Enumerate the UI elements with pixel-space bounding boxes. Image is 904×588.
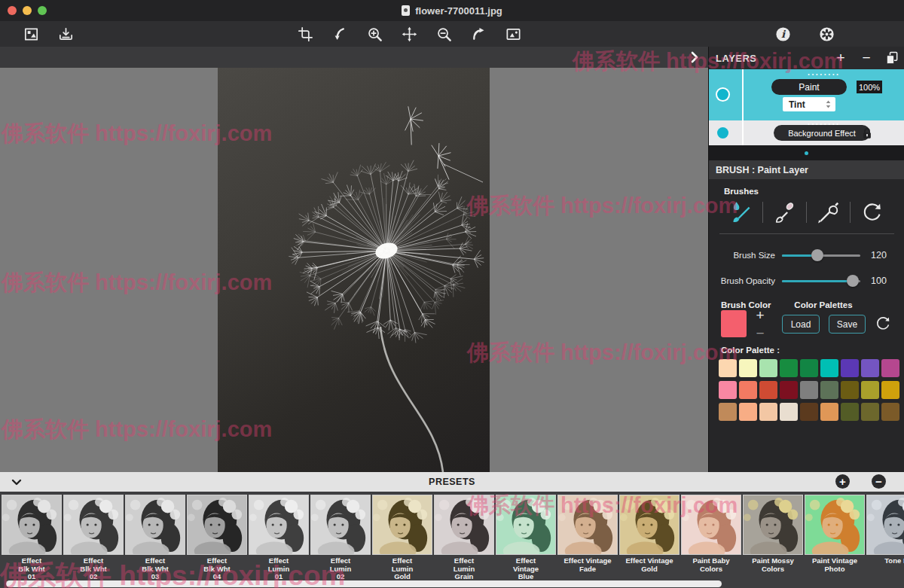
palette-swatch[interactable] [861,381,879,399]
palette-swatch[interactable] [800,381,818,399]
export-icon [57,26,75,43]
new-image-button[interactable] [14,21,48,47]
palette-swatch[interactable] [780,359,798,377]
reset-palette-icon[interactable] [875,315,891,334]
brush-opacity-label: Brush Opacity [709,276,775,285]
preset-item[interactable]: Paint MossyColors [743,495,803,573]
preset-item[interactable]: EffectBlk Wht01 [2,495,62,581]
slider-handle[interactable] [847,275,859,287]
palette-swatch[interactable] [881,359,899,377]
pan-button[interactable] [392,21,426,47]
visibility-toggle[interactable] [717,127,728,139]
preset-label: EffectLuminGold [372,557,432,581]
save-palette-button[interactable]: Save [829,315,866,334]
pan-icon [401,26,418,43]
layer-row-paint[interactable]: •••••••• Paint 100% Tint [709,69,904,120]
slider-handle[interactable] [811,249,823,261]
preset-item[interactable]: EffectBlk Wht02 [63,495,124,581]
palette-swatch[interactable] [780,403,798,421]
preset-label: EffectVintageBlue [496,557,556,581]
zoom-in-button[interactable] [357,21,392,47]
presets-scrollbar[interactable] [6,580,722,587]
layer-name-pill[interactable]: Paint [771,79,847,95]
palette-swatch[interactable] [780,381,798,399]
preset-item[interactable]: Tone B [866,495,904,565]
palette-swatch[interactable] [881,403,899,421]
add-preset-button[interactable]: + [835,474,850,489]
paint-brush-icon [729,200,753,224]
brush-opacity-slider[interactable] [782,275,860,287]
palette-swatch[interactable] [861,359,879,377]
settings-button[interactable] [809,21,844,47]
palette-swatch[interactable] [719,359,737,377]
remove-color-button[interactable]: − [753,327,768,340]
export-button[interactable] [48,21,83,47]
load-palette-button[interactable]: Load [782,315,820,334]
eyedropper-button[interactable] [807,199,851,226]
reset-brushes-button[interactable] [851,199,894,226]
document-icon [402,5,410,16]
collapse-presets-button[interactable] [9,475,24,489]
paint-brush-button[interactable] [719,199,763,226]
crop-button[interactable] [288,21,322,47]
palette-swatch[interactable] [820,403,838,421]
palette-swatch[interactable] [820,359,838,377]
eyedropper-icon [817,200,841,224]
palette-swatch[interactable] [739,403,757,421]
preset-item[interactable]: Effect VintageFade [557,495,618,573]
palette-swatch[interactable] [881,381,899,399]
palette-swatch[interactable] [739,381,757,399]
presets-strip: EffectBlk Wht01 EffectBlk Wht02 EffectBl… [0,492,904,588]
zoom-out-button[interactable] [426,21,461,47]
preset-item[interactable]: EffectBlk Wht03 [125,495,185,581]
preset-item[interactable]: Effect VintageGold [619,495,680,573]
palette-swatch[interactable] [759,381,777,399]
preset-label: EffectBlk Wht04 [187,557,247,581]
visibility-toggle[interactable] [717,89,728,100]
eraser-brush-button[interactable] [763,199,807,226]
panel-resize-strip[interactable] [709,145,904,160]
undo-button[interactable] [322,21,357,47]
brush-color-swatch[interactable] [721,310,747,337]
brush-size-slider[interactable] [782,249,860,261]
preset-item[interactable]: EffectLumin01 [249,495,309,581]
info-button[interactable]: i [765,21,800,47]
palette-swatch[interactable] [739,359,757,377]
preset-item[interactable]: EffectLumin02 [310,495,371,581]
palette-swatch[interactable] [759,359,777,377]
preset-item[interactable]: EffectLuminGrain [434,495,494,581]
palette-swatch[interactable] [800,359,818,377]
photo-canvas[interactable] [218,68,490,472]
palette-swatch[interactable] [800,403,818,421]
settings-icon [818,26,835,43]
redo-button[interactable] [461,21,496,47]
palette-swatch[interactable] [841,403,859,421]
duplicate-layer-button[interactable] [879,47,904,69]
layer-row-background-effect[interactable]: •••••••• Background Effect [709,120,904,145]
palette-swatch[interactable] [861,403,879,421]
layer-opacity-badge[interactable]: 100% [857,81,882,93]
palette-swatch[interactable] [759,403,777,421]
resize-dot [805,151,808,155]
add-layer-button[interactable]: + [828,47,854,69]
blend-mode-select[interactable]: Tint [783,97,835,111]
preset-label: EffectBlk Wht02 [63,557,124,581]
preset-item[interactable]: EffectBlk Wht04 [187,495,247,581]
layer-name-pill[interactable]: Background Effect [774,125,870,141]
remove-layer-button[interactable]: − [854,47,879,69]
palette-swatch[interactable] [841,381,859,399]
layer-drag-handle[interactable]: •••••••• [744,72,904,77]
preset-item[interactable]: Paint VintagePhoto [805,495,865,573]
palette-swatch[interactable] [841,359,859,377]
remove-preset-button[interactable]: − [872,474,886,489]
preview-button[interactable] [496,21,530,47]
palette-swatch[interactable] [719,381,737,399]
palette-swatch[interactable] [820,381,838,399]
panel-collapse-button[interactable] [687,50,702,65]
preset-item[interactable]: EffectLuminGold [372,495,432,581]
preset-item[interactable]: EffectVintageBlue [496,495,556,581]
palette-swatch[interactable] [719,403,737,421]
add-color-button[interactable]: + [753,309,768,322]
lock-icon[interactable] [860,125,874,144]
preset-item[interactable]: Paint BabyColors [681,495,741,573]
